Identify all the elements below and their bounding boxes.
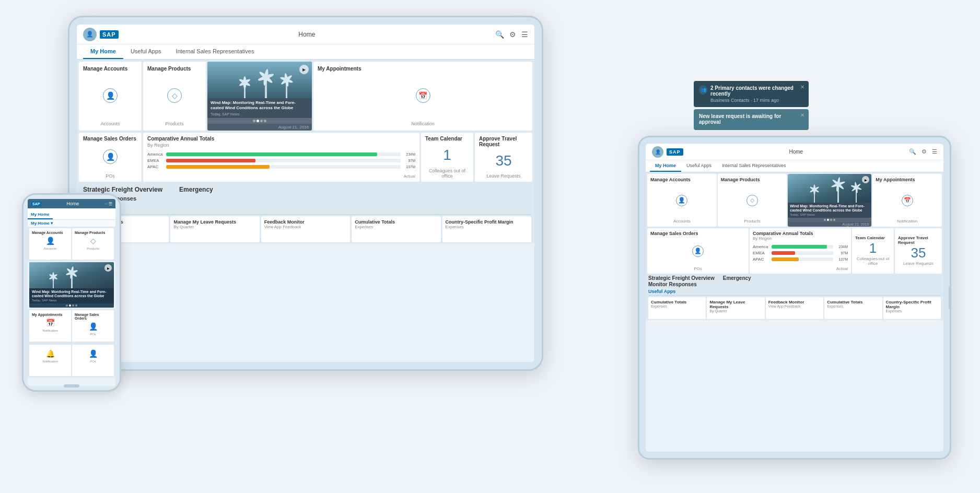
small-tablet: 👤 SAP Home 🔍 ⚙ ☰ My Home Useful Apps Int… — [638, 136, 951, 460]
notification-card-1: New leave request is awaiting for approv… — [694, 109, 809, 130]
st-dots — [788, 218, 871, 222]
phone-tile-accounts[interactable]: Manage Accounts 👤 Accounts — [29, 228, 71, 260]
st-tile-sales[interactable]: Manage Sales Orders 👤 POs — [647, 228, 749, 274]
phone-play-btn[interactable]: ▶ — [104, 264, 112, 272]
notif-close-button[interactable]: ✕ — [800, 112, 804, 118]
avatar: 👤 — [83, 28, 97, 41]
phone-home-button[interactable] — [64, 384, 79, 388]
play-button[interactable]: ▶ — [299, 65, 309, 74]
chart-sub: By Region — [147, 143, 415, 148]
phone-media-meta: Today, SAP News — [32, 299, 111, 302]
search-icon[interactable]: 🔍 — [495, 30, 504, 39]
tile-chart[interactable]: Comparative Annual Totals By Region Amer… — [143, 133, 419, 182]
st-tile-appointments[interactable]: My Appointments 📅 Notification — [872, 174, 942, 227]
pos-label: POs — [75, 360, 111, 363]
tile-manage-products[interactable]: Manage Products ◇ Products — [143, 62, 206, 131]
pos-icon: 👤 — [75, 349, 111, 358]
st-tile-accounts[interactable]: Manage Accounts 👤 Accounts — [647, 174, 717, 227]
st-useful-apps-header: Useful Apps — [648, 289, 941, 296]
useful-tile-3[interactable]: Cumulative Totals Expenses — [352, 216, 440, 242]
useful-sub: Expenses — [886, 309, 938, 313]
tile-team-calendar[interactable]: Team Calendar 1 Colleagues out of office — [421, 133, 473, 182]
media-date: August 21, 2016 — [207, 124, 312, 131]
chart-label: America — [147, 152, 166, 157]
tile-travel-request[interactable]: Approve Travel Request 35 Leave Requests — [475, 133, 532, 182]
phone-tile-notification[interactable]: 🔔 Notification — [29, 345, 71, 376]
products-label: Products — [75, 247, 111, 250]
phone-tab-home[interactable]: My Home — [28, 210, 53, 219]
small-tablet-tabs: My Home Useful Apps Internal Sales Repre… — [646, 160, 943, 172]
media-meta: Today, SAP News — [211, 112, 309, 116]
sales-icon: 👤 — [75, 322, 111, 331]
st-useful-0[interactable]: Cumulative Totals Expenses — [648, 297, 706, 319]
tab-internal-sales[interactable]: Internal Sales Representatives — [717, 160, 791, 172]
useful-title: Country-Specific Profit Margin — [886, 300, 938, 309]
search-icon[interactable]: 🔍 — [909, 148, 916, 155]
st-useful-1[interactable]: Manage My Leave Requests By Quarter — [707, 297, 764, 319]
st-tile-products[interactable]: Manage Products ◇ Products — [718, 174, 787, 227]
tab-useful-apps[interactable]: Useful Apps — [123, 44, 169, 59]
chart-label: America — [753, 244, 772, 249]
phone-tile-appointments[interactable]: My Appointments 📅 Notification — [29, 310, 71, 342]
phone-media-tile[interactable]: ▶ Wind Map: Monitoring Real-Time and For… — [29, 262, 114, 308]
dot — [833, 219, 835, 221]
phone-tile-pos[interactable]: 👤 POs — [72, 345, 114, 376]
st-tile-media[interactable]: ▶ Wind Map: Monitoring Real-Time and For… — [788, 174, 871, 227]
st-tile-chart[interactable]: Comparative Annual Totals By Region Amer… — [750, 228, 851, 274]
tablet-side-button[interactable] — [949, 286, 951, 309]
products-icon: ◇ — [746, 195, 758, 206]
chart-bar-bg — [772, 251, 833, 255]
tab-internal-sales[interactable]: Internal Sales Representatives — [169, 44, 262, 59]
useful-sub: Expenses — [827, 304, 879, 308]
st-media-meta: Today, SAP News — [790, 213, 869, 216]
settings-icon[interactable]: ⚙ — [509, 30, 516, 39]
sap-logo: SAP — [100, 30, 119, 39]
settings-icon[interactable]: ⚙ — [921, 148, 927, 155]
useful-tile-2[interactable]: Feedback Monitor View App Feedback — [261, 216, 350, 242]
tile-media[interactable]: ▶ Wind Map: Monitoring Real-Time and For… — [207, 62, 312, 131]
useful-tile-title: Cumulative Totals — [355, 219, 437, 225]
header-title: Home — [119, 31, 495, 38]
tab-my-home[interactable]: My Home — [650, 160, 681, 172]
menu-icon[interactable]: ☰ — [521, 30, 528, 39]
phone-tile-sales[interactable]: Manage Sales Orders 👤 POs — [72, 310, 114, 342]
st-useful-4[interactable]: Country-Specific Profit Margin Expenses — [883, 297, 941, 319]
calendar-number: 1 — [443, 147, 451, 163]
tab-my-home[interactable]: My Home — [83, 44, 123, 59]
tile-title: My Appointments — [876, 177, 939, 182]
section-monitor: Monitor Responses — [80, 195, 531, 204]
chart-title: Comparative Annual Totals — [147, 136, 415, 142]
phone-logo: SAP — [31, 202, 41, 206]
tile-sales-orders[interactable]: Manage Sales Orders 👤 POs — [79, 133, 142, 182]
travel-number: 35 — [911, 245, 926, 261]
menu-icon[interactable]: ☰ — [932, 148, 937, 155]
useful-tile-title: Manage My Leave Requests — [173, 219, 256, 225]
chart-bar-bg — [166, 152, 401, 156]
phone-tile-products[interactable]: Manage Products ◇ Products — [72, 228, 114, 260]
tab-useful-apps[interactable]: Useful Apps — [681, 160, 717, 172]
tile-my-appointments[interactable]: My Appointments 📅 Notification — [313, 62, 532, 131]
chart-val: 234M — [833, 245, 848, 249]
st-media-title: Wind Map: Monitoring Real-Time and Fore-… — [790, 204, 869, 213]
chart-area: America 234M EMEA 97M APAC — [147, 150, 415, 173]
chart-row-america: America 234M — [147, 152, 415, 157]
st-tile-calendar[interactable]: Team Calendar 1 Colleagues out of office — [852, 228, 894, 274]
st-useful-3[interactable]: Cumulative Totals Expenses — [824, 297, 882, 319]
useful-apps-grid: Cumulative Totals Expenses Manage My Lea… — [80, 216, 531, 242]
chart-label: APAC — [753, 257, 772, 262]
st-useful-apps: Useful Apps Cumulative Totals Expenses M… — [646, 287, 943, 320]
media-title: Wind Map: Monitoring Real-Time and Fore-… — [211, 100, 309, 111]
chart-val: 107M — [401, 165, 415, 169]
media-image: ▶ — [207, 62, 312, 98]
st-tile-travel[interactable]: Approve Travel Request 35 Leave Requests — [895, 228, 942, 274]
dot — [66, 304, 68, 307]
tile-title: Manage Accounts — [83, 66, 137, 72]
st-useful-grid: Cumulative Totals Expenses Manage My Lea… — [648, 297, 941, 319]
accounts-label: Accounts — [32, 247, 68, 250]
useful-tile-4[interactable]: Country-Specific Profit Margin Expenses — [442, 216, 531, 242]
st-useful-2[interactable]: Feedback Monitor View App Feedback — [766, 297, 823, 319]
useful-title: Manage My Leave Requests — [709, 300, 762, 309]
notif-close-button[interactable]: ✕ — [800, 84, 804, 90]
useful-tile-1[interactable]: Manage My Leave Requests By Quarter — [170, 216, 259, 242]
tile-manage-accounts[interactable]: Manage Accounts 👤 Accounts — [79, 62, 142, 131]
